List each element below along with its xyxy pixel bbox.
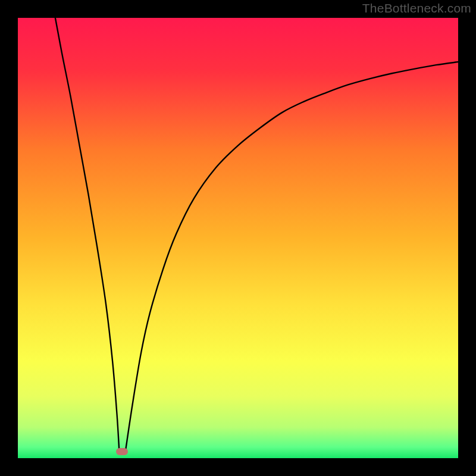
minimum-marker: [116, 448, 128, 455]
chart-frame: TheBottleneck.com: [0, 0, 476, 476]
gradient-background: [18, 18, 458, 458]
plot-area: [18, 18, 458, 458]
plot-svg: [18, 18, 458, 458]
watermark-text: TheBottleneck.com: [362, 1, 471, 15]
